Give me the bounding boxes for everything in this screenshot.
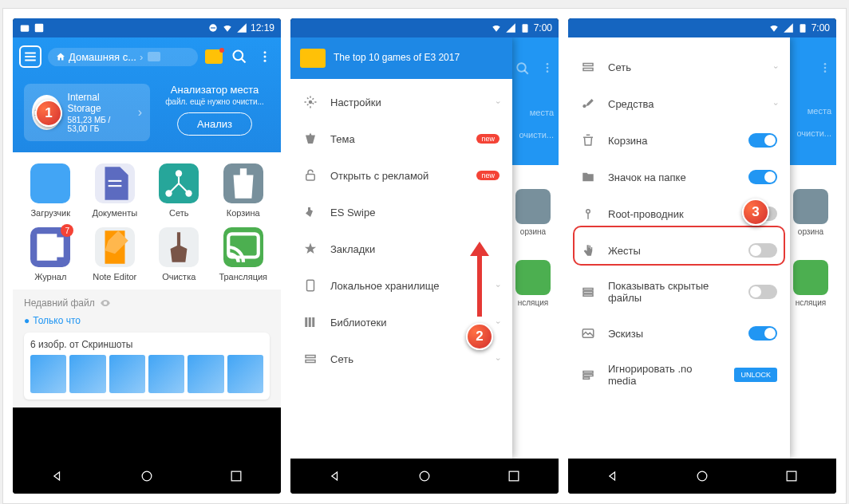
svg-rect-41 xyxy=(583,69,593,71)
toggle[interactable] xyxy=(748,170,777,184)
drawer-item-открыть-с-рекламой[interactable]: Открыть с рекламойnew xyxy=(290,157,512,194)
back-button[interactable] xyxy=(49,468,65,484)
drawer-item-корзина[interactable]: Корзина xyxy=(568,122,790,159)
app-0[interactable]: Загрузчик xyxy=(21,163,81,218)
thumb[interactable] xyxy=(148,355,184,393)
search-icon xyxy=(515,61,530,76)
svg-point-7 xyxy=(234,51,243,61)
breadcrumb[interactable]: Домашняя с... › xyxy=(48,48,198,66)
svg-rect-45 xyxy=(583,294,593,296)
analyzer-title: Анализатор места xyxy=(160,84,270,96)
drawer-item-игнорировать-no-media[interactable]: Игнорировать .no mediaUNLOCK xyxy=(568,352,790,398)
drawer-screen-1: места очисти... орзина нсляция The top 1… xyxy=(290,37,559,459)
item-label: Показывать скрытые файлы xyxy=(608,280,736,304)
recents-button[interactable] xyxy=(228,468,244,484)
thumb[interactable] xyxy=(109,355,145,393)
drawer-item-настройки[interactable]: Настройки› xyxy=(290,84,512,120)
unlock-button[interactable]: UNLOCK xyxy=(734,368,777,382)
thumbnails xyxy=(30,355,263,393)
image-icon xyxy=(34,22,45,33)
thumb[interactable] xyxy=(188,355,223,393)
item-label: Игнорировать .no media xyxy=(608,363,721,387)
thumb[interactable] xyxy=(69,355,105,393)
back-button[interactable] xyxy=(327,468,343,484)
drawer-item-тема[interactable]: Темаnew xyxy=(290,120,512,157)
svg-rect-33 xyxy=(306,360,315,363)
recent-card[interactable]: 6 изобр. от Скриншоты xyxy=(24,333,270,400)
svg-rect-3 xyxy=(211,27,215,28)
drawer-banner[interactable]: The top 10 games of E3 2017 xyxy=(290,37,512,79)
drawer-item-показывать-скрытые-файлы[interactable]: Показывать скрытые файлы xyxy=(568,269,790,315)
svg-point-42 xyxy=(586,210,590,214)
home-button[interactable] xyxy=(139,468,155,484)
back-button[interactable] xyxy=(605,468,621,484)
item-icon xyxy=(303,168,318,183)
toggle[interactable] xyxy=(748,285,777,299)
home-button[interactable] xyxy=(417,468,432,484)
toolbar: Домашняя с... › xyxy=(13,37,281,76)
svg-point-18 xyxy=(142,471,152,481)
item-icon xyxy=(581,170,595,184)
recent-tab[interactable]: Только что xyxy=(24,315,270,326)
more-button[interactable] xyxy=(255,47,274,66)
app-5[interactable]: Note Editor xyxy=(85,227,145,282)
toggle[interactable] xyxy=(748,326,777,341)
thumb[interactable] xyxy=(30,355,66,393)
svg-point-38 xyxy=(824,67,827,69)
battery-icon xyxy=(797,22,808,33)
svg-point-24 xyxy=(547,67,549,69)
app-3[interactable]: Корзина xyxy=(214,163,274,218)
item-label: Жесты xyxy=(608,245,736,257)
analyze-button[interactable]: Анализ xyxy=(177,112,252,136)
item-label: Средства xyxy=(608,98,762,110)
status-time: 12:19 xyxy=(251,22,274,33)
app-2[interactable]: Сеть xyxy=(149,163,209,218)
svg-line-22 xyxy=(524,70,528,74)
svg-rect-30 xyxy=(309,317,311,327)
home-icon xyxy=(56,52,65,61)
item-icon xyxy=(581,326,595,341)
wifi-icon xyxy=(222,22,233,33)
app-7[interactable]: Трансляция xyxy=(214,227,274,282)
wifi-icon xyxy=(768,22,780,33)
svg-point-23 xyxy=(547,63,549,65)
mail-button[interactable] xyxy=(204,47,223,66)
svg-point-50 xyxy=(697,471,707,481)
more-icon xyxy=(541,61,554,74)
toggle[interactable] xyxy=(748,243,777,258)
window-chip-icon xyxy=(148,52,160,61)
side-drawer: Сеть›Средства›КорзинаЗначок на папкеRoot… xyxy=(568,37,790,459)
drawer-item-жесты[interactable]: Жесты xyxy=(568,232,790,269)
status-bar: 12:19 xyxy=(13,18,281,37)
svg-point-25 xyxy=(547,70,549,73)
signal-icon xyxy=(236,22,247,33)
svg-rect-51 xyxy=(787,471,796,481)
item-icon xyxy=(303,95,318,109)
app-1[interactable]: Документы xyxy=(85,163,145,218)
recents-button[interactable] xyxy=(784,468,800,484)
menu-button[interactable] xyxy=(19,45,41,68)
item-label: Сеть xyxy=(608,61,762,73)
svg-point-11 xyxy=(264,60,267,62)
toggle[interactable] xyxy=(748,133,777,148)
drawer-item-средства[interactable]: Средства› xyxy=(568,85,790,122)
item-label: Сеть xyxy=(330,353,484,365)
more-icon xyxy=(819,61,831,74)
home-button[interactable] xyxy=(694,468,710,484)
drawer-item-es-swipe[interactable]: ES Swipe xyxy=(290,194,512,230)
drawer-item-сеть[interactable]: Сеть› xyxy=(568,49,790,85)
svg-rect-1 xyxy=(35,24,44,33)
search-button[interactable] xyxy=(230,47,249,66)
thumb[interactable] xyxy=(227,355,263,393)
recents-button[interactable] xyxy=(506,468,522,484)
app-4[interactable]: Журнал xyxy=(21,227,81,282)
svg-line-8 xyxy=(242,59,246,63)
svg-rect-28 xyxy=(307,280,314,291)
item-label: Библиотеки xyxy=(330,317,484,329)
svg-rect-49 xyxy=(583,377,590,379)
drawer-item-эскизы[interactable]: Эскизы xyxy=(568,315,790,352)
item-icon xyxy=(581,243,595,258)
app-6[interactable]: Очистка xyxy=(149,227,209,282)
drawer-item-значок-на-папке[interactable]: Значок на папке xyxy=(568,159,790,195)
svg-rect-12 xyxy=(108,180,121,182)
